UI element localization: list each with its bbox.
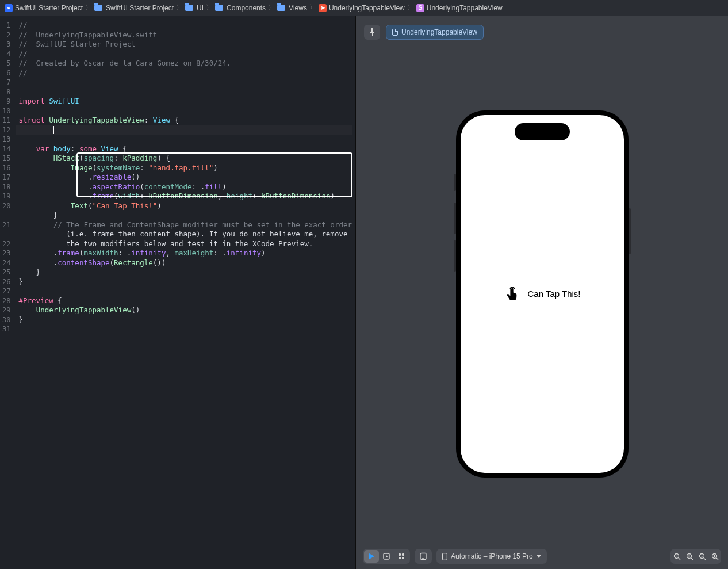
preview-mode-segmented[interactable] (363, 549, 410, 564)
chevron-right-icon: 〉 (85, 3, 92, 13)
zoom-out-icon (673, 553, 681, 560)
crumb-folder-root[interactable]: SwiftUI Starter Project (94, 4, 174, 12)
svg-rect-4 (402, 557, 404, 559)
preview-canvas[interactable]: Can Tap This! (356, 44, 728, 544)
folder-icon (215, 5, 223, 11)
zoom-fit-button[interactable] (683, 549, 696, 564)
phone-icon (442, 553, 447, 560)
svg-rect-1 (399, 553, 401, 556)
crumb-folder-views[interactable]: Views (277, 4, 307, 12)
device-selector[interactable]: Automatic – iPhone 15 Pro (436, 549, 547, 564)
device-side-button (454, 203, 456, 234)
device-settings-button[interactable] (415, 549, 432, 564)
device-side-button (454, 240, 456, 272)
svg-line-16 (703, 557, 706, 560)
zoom-out-button[interactable] (670, 549, 683, 564)
svg-rect-3 (399, 557, 401, 559)
folder-icon (94, 5, 102, 11)
device-frame: Can Tap This! (456, 110, 629, 478)
crumb-file[interactable]: ➤UnderlyingTappableView (319, 4, 405, 12)
zoom-in-button[interactable] (708, 549, 721, 564)
svg-rect-7 (443, 553, 447, 560)
chevron-right-icon: 〉 (407, 3, 414, 13)
app-icon: ⌁ (5, 4, 13, 12)
crumb-struct[interactable]: SUnderlyingTappableView (416, 4, 503, 12)
svg-line-12 (691, 557, 693, 560)
line-number-gutter: 1234567891011121314151617181920212223242… (0, 16, 16, 569)
device-side-button (454, 174, 456, 191)
chevron-right-icon: 〉 (176, 3, 183, 13)
preview-bottom-bar: Automatic – iPhone 15 Pro 1 (356, 544, 728, 569)
rendered-view[interactable]: Can Tap This! (461, 115, 624, 473)
zoom-in-icon (711, 553, 719, 560)
swift-icon: ➤ (319, 4, 327, 12)
svg-line-19 (716, 557, 718, 560)
preview-chip-label: UnderlyingTappableView (401, 28, 477, 36)
variants-mode-button[interactable] (394, 550, 409, 563)
zoom-actual-button[interactable]: 1 (696, 549, 708, 564)
selectable-icon (383, 553, 390, 560)
sliders-icon (419, 552, 427, 560)
device-screen[interactable]: Can Tap This! (461, 115, 624, 473)
pin-icon (369, 28, 376, 36)
zoom-fit-icon (686, 553, 693, 560)
zoom-controls[interactable]: 1 (670, 549, 721, 564)
chevron-right-icon: 〉 (206, 3, 213, 13)
dynamic-island (515, 123, 570, 140)
play-icon (368, 553, 375, 560)
code-editor[interactable]: 1234567891011121314151617181920212223242… (0, 16, 355, 569)
crumb-folder-ui[interactable]: UI (185, 4, 204, 12)
live-mode-button[interactable] (364, 550, 379, 563)
crumb-project[interactable]: ⌁SwiftUI Starter Project (5, 4, 83, 12)
pin-preview-button[interactable] (364, 25, 380, 40)
crumb-folder-components[interactable]: Components (215, 4, 266, 12)
preview-top-bar: UnderlyingTappableView (356, 21, 728, 44)
document-icon (392, 29, 398, 36)
svg-text:1: 1 (700, 554, 702, 557)
struct-icon: S (416, 4, 424, 12)
folder-icon (185, 5, 193, 11)
device-selector-label: Automatic – iPhone 15 Pro (451, 552, 533, 560)
svg-rect-2 (402, 553, 404, 556)
hand-tap-icon (504, 286, 520, 302)
device-side-button (629, 208, 631, 254)
breadcrumb-bar: ⌁SwiftUI Starter Project 〉 SwiftUI Start… (0, 0, 728, 16)
zoom-actual-icon: 1 (699, 553, 706, 560)
chevron-right-icon: 〉 (309, 3, 316, 13)
folder-icon (277, 5, 285, 11)
screen-text: Can Tap This! (528, 289, 581, 299)
chevron-right-icon: 〉 (268, 3, 275, 13)
preview-panel: UnderlyingTappableView (355, 16, 728, 569)
grid-icon (398, 553, 405, 560)
code-content[interactable]: // // UnderlyingTappableView.swift // Sw… (16, 16, 355, 569)
chevron-down-icon (537, 555, 541, 558)
selectable-mode-button[interactable] (379, 550, 394, 563)
svg-line-9 (678, 557, 680, 560)
preview-target-chip[interactable]: UnderlyingTappableView (386, 25, 484, 40)
